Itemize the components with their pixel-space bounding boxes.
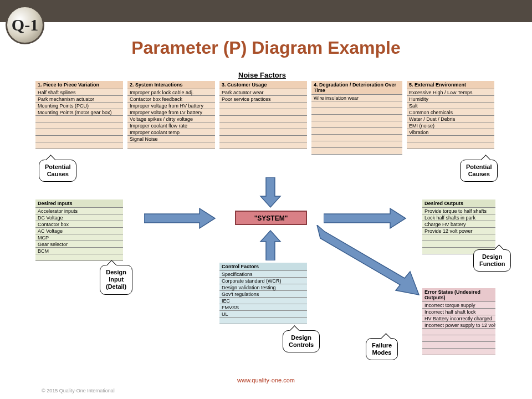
list-item — [219, 136, 307, 142]
list-item: Half shaft splines — [35, 89, 123, 96]
list-item: Incorrect torque supply — [422, 302, 495, 309]
noise-2-header: 2. System Interactions — [127, 81, 215, 89]
noise-table-1: 1. Piece to Piece Variation Half shaft s… — [35, 81, 123, 149]
svg-marker-1 — [260, 177, 280, 207]
list-item — [219, 122, 307, 129]
list-item — [35, 142, 123, 149]
list-item: Voltage spikes / dirty voltage — [127, 116, 215, 122]
arrow-up-control — [259, 229, 282, 260]
footer-url: www.quality-one.com — [0, 377, 532, 383]
list-item — [311, 101, 402, 108]
list-item: Charge HV battery — [422, 221, 495, 228]
list-item: FMVSS — [219, 304, 307, 311]
svg-marker-2 — [260, 231, 280, 260]
inputs-table: Desired Inputs Accelerator inputsDC Volt… — [35, 200, 123, 261]
list-item: Improper coolant temp — [127, 129, 215, 136]
list-item: Design validation testing — [219, 284, 307, 291]
noise-5-header: 5. External Environment — [407, 81, 494, 89]
list-item: Improper voltage from HV battery — [127, 103, 215, 109]
list-item: Provide 12 volt power — [422, 228, 495, 234]
copyright: © 2015 Quality-One International — [42, 388, 115, 393]
list-item — [407, 142, 494, 149]
list-item: Excessive High / Low Temps — [407, 89, 494, 96]
list-item — [311, 128, 402, 135]
list-item: Water / Dust / Debris — [407, 116, 494, 122]
svg-marker-4 — [317, 225, 419, 295]
list-item: BCM — [35, 248, 123, 254]
error-table: Error States (Undesired Outputs) Incorre… — [422, 288, 495, 355]
arrow-down-noise — [259, 177, 282, 208]
list-item: Gear selector — [35, 241, 123, 248]
list-item: Incorrect power supply to 12 volt — [422, 322, 495, 329]
list-item — [219, 129, 307, 136]
list-item: DC Voltage — [35, 214, 123, 221]
list-item — [422, 234, 495, 241]
error-header: Error States (Undesired Outputs) — [422, 288, 495, 302]
noise-5-rows: Excessive High / Low TempsHumiditySaltCo… — [407, 89, 494, 149]
list-item: Improper park lock cable adj. — [127, 89, 215, 96]
outputs-header: Desired Outputs — [422, 200, 495, 208]
noise-table-2: 2. System Interactions Improper park loc… — [127, 81, 215, 149]
list-item: EMI (noise) — [407, 122, 494, 129]
list-item — [422, 329, 495, 335]
logo-text: Q-1 — [12, 16, 38, 34]
list-item: Signal Noise — [127, 136, 215, 142]
list-item: Contactor box — [35, 221, 123, 228]
list-item: Vibration — [407, 129, 494, 136]
list-item: IEC — [219, 298, 307, 304]
list-item: Lock half shafts in park — [422, 214, 495, 221]
list-item: MCP — [35, 234, 123, 241]
list-item: Park actuator wear — [219, 89, 307, 96]
list-item — [311, 148, 402, 155]
list-item — [219, 109, 307, 116]
noise-table-5: 5. External Environment Excessive High /… — [407, 81, 494, 149]
list-item — [35, 129, 123, 136]
list-item — [219, 116, 307, 122]
noise-1-rows: Half shaft splinesPark mechanism actuato… — [35, 89, 123, 149]
list-item: HV Battery incorrectly charged — [422, 315, 495, 322]
list-item: Improper coolant flow rate — [127, 122, 215, 129]
list-item — [127, 142, 215, 149]
list-item: Wire insulation wear — [311, 95, 402, 101]
inputs-header: Desired Inputs — [35, 200, 123, 208]
list-item: Specifications — [219, 271, 307, 278]
list-item: Mounting Points (motor gear box) — [35, 109, 123, 116]
list-item: Park mechanism actuator — [35, 96, 123, 103]
page-title: Parameter (P) Diagram Example — [0, 38, 532, 58]
noise-2-rows: Improper park lock cable adj.Contactor b… — [127, 89, 215, 149]
noise-4-rows: Wire insulation wear — [311, 95, 402, 155]
list-item: Poor service practices — [219, 96, 307, 103]
outputs-rows: Provide torque to half shaftsLock half s… — [422, 208, 495, 254]
list-item — [35, 122, 123, 129]
list-item: Accelerator inputs — [35, 208, 123, 214]
list-item — [407, 136, 494, 142]
list-item: Humidity — [407, 96, 494, 103]
list-item — [311, 108, 402, 115]
list-item — [219, 318, 307, 324]
list-item: UL — [219, 311, 307, 318]
list-item — [35, 136, 123, 142]
top-bar — [0, 0, 532, 22]
svg-marker-0 — [144, 208, 215, 228]
list-item: Contactor box feedback — [127, 96, 215, 103]
noise-3-rows: Park actuator wearPoor service practices — [219, 89, 307, 149]
list-item — [311, 121, 402, 128]
outputs-table: Desired Outputs Provide torque to half s… — [422, 200, 495, 254]
list-item — [422, 349, 495, 355]
list-item — [219, 142, 307, 149]
list-item — [35, 254, 123, 261]
callout-failure-modes: FailureModes — [366, 338, 398, 360]
noise-table-3: 3. Customer Usage Park actuator wearPoor… — [219, 81, 307, 149]
arrow-diag-error — [316, 225, 421, 297]
list-item: Salt — [407, 103, 494, 109]
list-item — [219, 103, 307, 109]
error-rows: Incorrect torque supplyIncorrect half sh… — [422, 302, 495, 355]
list-item: Corporate standard (WCR) — [219, 278, 307, 284]
list-item: Incorrect half shaft lock — [422, 309, 495, 315]
list-item — [422, 342, 495, 349]
inputs-rows: Accelerator inputsDC VoltageContactor bo… — [35, 208, 123, 261]
list-item — [311, 115, 402, 121]
noise-section-title: Noise Factors — [238, 71, 286, 79]
arrow-right-input — [144, 207, 216, 229]
noise-1-header: 1. Piece to Piece Variation — [35, 81, 123, 89]
